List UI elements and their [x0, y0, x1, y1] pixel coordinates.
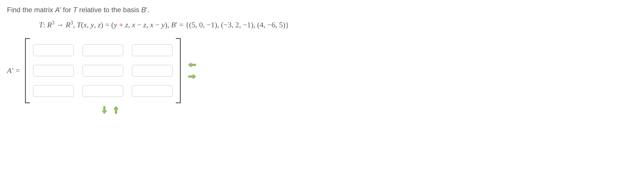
- prompt-mid2: relative to the basis: [77, 6, 141, 14]
- lhs-A: A: [7, 66, 12, 75]
- prompt-var-t: T: [73, 6, 77, 14]
- matrix-cell-2-1[interactable]: [83, 85, 123, 97]
- question-prompt: Find the matrix A′ for T relative to the…: [7, 6, 637, 14]
- def-x3: x: [150, 21, 153, 29]
- def-plus: +: [117, 21, 125, 29]
- prompt-var-a: A: [55, 6, 60, 14]
- def-T: T: [39, 21, 43, 29]
- matrix-cell-1-2[interactable]: [132, 65, 173, 77]
- def-c2: ,: [94, 21, 98, 29]
- def-open: (: [81, 21, 84, 29]
- def-close2: ),: [165, 21, 171, 29]
- add-row-button[interactable]: [100, 106, 109, 114]
- def-minus1: −: [135, 21, 143, 29]
- def-R2: R: [66, 21, 70, 29]
- def-x1: x: [83, 21, 87, 29]
- prompt-post: .: [147, 6, 149, 14]
- column-controls: [188, 61, 196, 81]
- def-z1: z: [98, 21, 101, 29]
- row-controls: [100, 106, 637, 114]
- def-colon: :: [43, 21, 47, 29]
- def-close: ): [101, 21, 103, 29]
- def-comma1: ,: [73, 21, 77, 29]
- def-sup2: 3: [70, 20, 73, 26]
- matrix-cell-0-2[interactable]: [132, 45, 173, 56]
- def-sup1: 3: [52, 20, 54, 26]
- matrix-bracket: [25, 38, 181, 103]
- prompt-var-b: B: [141, 6, 146, 14]
- matrix-cell-1-0[interactable]: [33, 65, 74, 77]
- lhs-eq: =: [13, 66, 20, 75]
- def-z2: z: [125, 21, 128, 29]
- arrow-up-icon: [113, 106, 119, 114]
- def-y2: y: [114, 21, 117, 29]
- matrix-cell-2-2[interactable]: [132, 85, 173, 97]
- answer-area: A′ =: [7, 38, 637, 103]
- def-basis: = {(5, 0, −1), (−3, 2, −1), (4, −6, 5)}: [177, 21, 289, 29]
- arrow-right-icon: [188, 74, 196, 79]
- problem-definition: T: R3 → R3, T(x, y, z) = (y + z, x − z, …: [39, 20, 637, 29]
- def-y3: y: [161, 21, 165, 29]
- add-column-button[interactable]: [188, 72, 196, 81]
- def-arrow: →: [54, 21, 66, 29]
- def-B: B: [171, 21, 176, 29]
- prompt-mid1: for: [61, 6, 73, 14]
- def-eq: = (: [103, 21, 114, 29]
- matrix-cell-2-0[interactable]: [33, 85, 74, 97]
- def-x2: x: [132, 21, 135, 29]
- remove-column-button[interactable]: [188, 61, 196, 69]
- matrix-cell-1-1[interactable]: [83, 65, 123, 77]
- matrix-cell-0-0[interactable]: [33, 45, 74, 56]
- def-c4: ,: [146, 21, 150, 29]
- matrix-grid: [30, 38, 176, 103]
- arrow-left-icon: [188, 62, 196, 67]
- remove-row-button[interactable]: [112, 106, 120, 114]
- def-z3: z: [143, 21, 146, 29]
- def-R1: R: [47, 21, 52, 29]
- bracket-right: [176, 38, 181, 103]
- bracket-left: [25, 38, 30, 103]
- def-c1: ,: [87, 21, 91, 29]
- prompt-text: Find the matrix: [7, 6, 55, 14]
- def-c3: ,: [128, 21, 132, 29]
- arrow-down-icon: [102, 106, 107, 114]
- answer-lhs: A′ =: [7, 66, 20, 75]
- def-y1: y: [91, 21, 94, 29]
- matrix-cell-0-1[interactable]: [83, 45, 123, 56]
- def-minus2: −: [153, 21, 162, 29]
- def-Tx: T: [77, 21, 81, 29]
